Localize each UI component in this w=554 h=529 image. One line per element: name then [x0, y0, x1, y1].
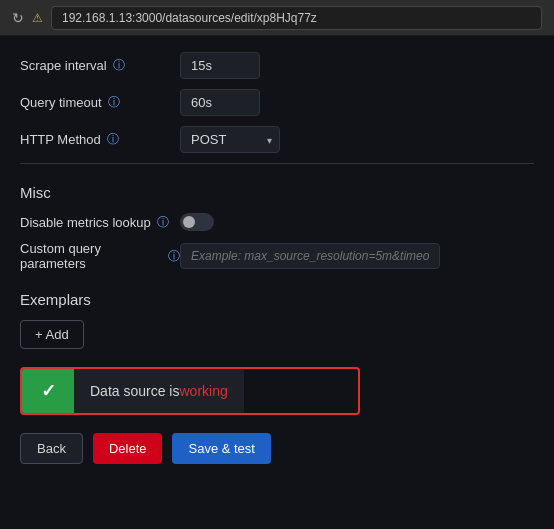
success-notification: ✓ Data source is working	[20, 367, 360, 415]
http-method-row: HTTP Method ⓘ POST GET ▾	[20, 126, 534, 153]
button-row: Back Delete Save & test	[20, 433, 534, 464]
custom-query-row: Custom query parameters ⓘ	[20, 241, 534, 271]
query-timeout-input[interactable]	[180, 89, 260, 116]
divider-misc	[20, 163, 534, 164]
address-text: 192.168.1.13:3000/datasources/edit/xp8HJ…	[62, 11, 317, 25]
address-bar[interactable]: 192.168.1.13:3000/datasources/edit/xp8HJ…	[51, 6, 542, 30]
http-method-select-wrapper: POST GET ▾	[180, 126, 280, 153]
query-timeout-row: Query timeout ⓘ	[20, 89, 534, 116]
success-message-status: working	[179, 383, 227, 399]
main-content: Scrape interval ⓘ Query timeout ⓘ HTTP M…	[0, 36, 554, 480]
disable-metrics-info-icon[interactable]: ⓘ	[157, 214, 169, 231]
custom-query-info-icon[interactable]: ⓘ	[168, 248, 180, 265]
add-exemplar-label: + Add	[35, 327, 69, 342]
misc-section-header: Misc	[20, 184, 534, 201]
delete-button[interactable]: Delete	[93, 433, 163, 464]
exemplars-section-header: Exemplars	[20, 291, 534, 308]
scrape-interval-input[interactable]	[180, 52, 260, 79]
add-exemplar-button[interactable]: + Add	[20, 320, 84, 349]
save-test-button[interactable]: Save & test	[172, 433, 270, 464]
browser-chrome: ↻ ⚠ 192.168.1.13:3000/datasources/edit/x…	[0, 0, 554, 36]
toggle-slider	[180, 213, 214, 231]
scrape-interval-row: Scrape interval ⓘ	[20, 52, 534, 79]
back-button[interactable]: Back	[20, 433, 83, 464]
success-icon-box: ✓	[22, 369, 74, 413]
check-icon: ✓	[41, 380, 56, 402]
http-method-info-icon[interactable]: ⓘ	[107, 131, 119, 148]
disable-metrics-row: Disable metrics lookup ⓘ	[20, 213, 534, 231]
disable-metrics-label: Disable metrics lookup ⓘ	[20, 214, 180, 231]
query-timeout-label: Query timeout ⓘ	[20, 94, 180, 111]
disable-metrics-toggle[interactable]	[180, 213, 214, 231]
http-method-label: HTTP Method ⓘ	[20, 131, 180, 148]
scrape-interval-info-icon[interactable]: ⓘ	[113, 57, 125, 74]
success-message-start: Data source is	[90, 383, 179, 399]
reload-icon[interactable]: ↻	[12, 10, 24, 26]
scrape-interval-label: Scrape interval ⓘ	[20, 57, 180, 74]
custom-query-input[interactable]	[180, 243, 440, 269]
query-timeout-info-icon[interactable]: ⓘ	[108, 94, 120, 111]
http-method-select[interactable]: POST GET	[180, 126, 280, 153]
custom-query-label: Custom query parameters ⓘ	[20, 241, 180, 271]
success-message: Data source is working	[74, 369, 244, 413]
security-warning-icon: ⚠	[32, 11, 43, 25]
